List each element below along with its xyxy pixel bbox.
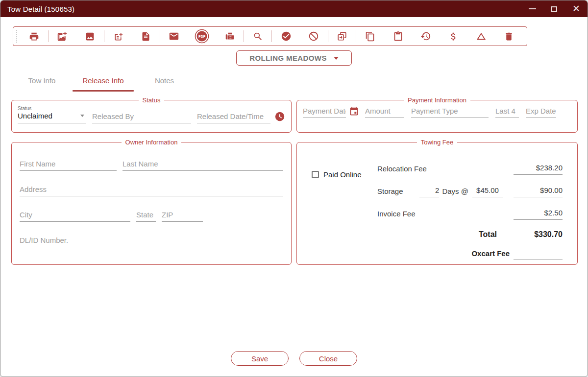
toolbar-drag-handle[interactable] (16, 30, 19, 43)
storage-label: Storage (377, 187, 419, 197)
history-icon[interactable] (412, 31, 440, 42)
total-value: $330.70 (514, 230, 563, 239)
void-block-icon[interactable] (300, 31, 328, 42)
tab-bar: Tow Info Release Info Notes (11, 72, 588, 92)
chevron-down-icon (334, 57, 339, 60)
oxcart-fee-input[interactable] (514, 247, 563, 259)
add-photo-icon[interactable] (49, 31, 76, 42)
relocation-fee-label: Relocation Fee (377, 165, 514, 175)
status-select[interactable]: Status Unclaimed (18, 106, 86, 123)
transfer-icon[interactable] (328, 31, 356, 42)
exp-date-input[interactable] (526, 106, 556, 118)
storage-amount-input[interactable] (514, 185, 563, 197)
tab-notes[interactable]: Notes (134, 72, 195, 92)
release-info-panels: Status Status Unclaimed Payment Informat… (11, 96, 578, 265)
released-datetime-input[interactable] (197, 111, 270, 123)
minimize-button[interactable] (528, 4, 537, 13)
footer-actions: Save Close (0, 351, 588, 377)
payment-type-input[interactable] (411, 106, 489, 118)
relocation-fee-input[interactable] (514, 163, 563, 175)
storage-fee-row: Storage Days @ (377, 185, 563, 197)
last-name-input[interactable] (122, 159, 283, 171)
svg-text:PDF: PDF (198, 35, 206, 38)
owner-section-legend: Owner Information (122, 139, 182, 146)
search-icon[interactable] (244, 31, 272, 42)
status-select-value: Unclaimed (18, 112, 52, 120)
pdf-icon[interactable]: PDF (188, 29, 216, 44)
close-window-button[interactable]: ✕ (572, 4, 581, 13)
paste-icon[interactable] (384, 31, 412, 42)
city-input[interactable] (20, 210, 130, 222)
save-button[interactable]: Save (231, 351, 289, 366)
status-field-label: Status (18, 106, 86, 111)
amount-input[interactable] (365, 106, 404, 118)
chevron-down-icon (80, 115, 84, 117)
address-input[interactable] (20, 184, 283, 196)
calendar-icon[interactable] (349, 106, 359, 117)
delete-icon[interactable] (495, 31, 523, 42)
storage-days-input[interactable] (419, 185, 439, 197)
checkbox-icon (312, 171, 319, 178)
photo-icon[interactable] (76, 31, 104, 42)
toolbar: PDF (13, 26, 527, 46)
close-button[interactable]: Close (299, 351, 357, 366)
storage-rate-input[interactable] (472, 185, 503, 197)
released-by-input[interactable] (92, 111, 191, 123)
status-section-legend: Status (139, 96, 165, 104)
charges-dollar-icon[interactable] (440, 31, 467, 42)
copy-icon[interactable] (356, 31, 384, 42)
window-title: Tow Detail (150653) (7, 5, 74, 13)
status-section: Status Status Unclaimed (11, 96, 292, 133)
zip-input[interactable] (162, 210, 203, 222)
invoice-fee-label: Invoice Fee (377, 210, 514, 220)
state-input[interactable] (136, 210, 156, 222)
payment-section-legend: Payment Information (404, 96, 470, 104)
maximize-button[interactable] (550, 4, 559, 13)
days-at-label: Days @ (442, 187, 468, 197)
clock-icon[interactable] (274, 111, 285, 122)
total-row: Total $330.70 (377, 230, 563, 239)
add-document-icon[interactable] (104, 31, 132, 42)
change-triangle-icon[interactable] (467, 31, 495, 42)
document-icon[interactable] (132, 31, 160, 42)
oxcart-fee-row: Oxcart Fee (377, 247, 563, 259)
email-icon[interactable] (160, 31, 188, 42)
fax-icon[interactable] (216, 31, 244, 42)
paid-online-checkbox[interactable]: Paid Online (312, 170, 362, 179)
tab-release-info[interactable]: Release Info (73, 72, 134, 92)
print-icon[interactable] (20, 31, 48, 42)
last4-input[interactable] (495, 106, 519, 118)
towing-fee-legend: Towing Fee (417, 139, 457, 146)
location-dropdown-value: ROLLING MEADOWS (249, 54, 327, 62)
tow-detail-window: Tow Detail (150653) ✕ P (0, 0, 588, 377)
tab-tow-info[interactable]: Tow Info (11, 72, 73, 92)
approve-check-icon[interactable] (272, 31, 300, 42)
paid-online-label: Paid Online (323, 170, 362, 179)
payment-section: Payment Information (296, 96, 578, 133)
relocation-fee-row: Relocation Fee (377, 163, 563, 175)
owner-section: Owner Information (11, 139, 292, 265)
oxcart-fee-label: Oxcart Fee (471, 249, 510, 259)
first-name-input[interactable] (20, 159, 117, 171)
title-bar: Tow Detail (150653) ✕ (0, 0, 588, 17)
total-label: Total (479, 230, 497, 239)
invoice-fee-row: Invoice Fee (377, 208, 563, 220)
location-dropdown[interactable]: ROLLING MEADOWS (236, 50, 352, 66)
invoice-fee-input[interactable] (514, 208, 563, 220)
towing-fee-section: Towing Fee Paid Online Relocation Fee St… (296, 139, 578, 265)
dl-id-input[interactable] (20, 235, 131, 247)
payment-date-input[interactable] (303, 106, 346, 118)
